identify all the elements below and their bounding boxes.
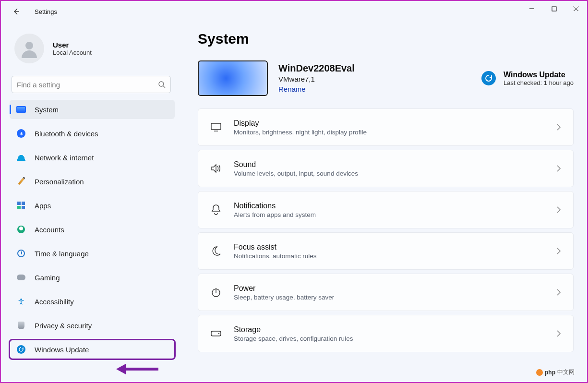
shield-icon: [16, 321, 26, 330]
minimize-button[interactable]: [521, 1, 543, 16]
chevron-right-icon: [555, 123, 563, 131]
rename-link[interactable]: Rename: [278, 85, 306, 93]
nav-list: System ∗ Bluetooth & devices Network & i…: [10, 100, 175, 359]
profile-block[interactable]: User Local Account: [10, 28, 175, 75]
user-silhouette-icon: [20, 39, 39, 58]
maximize-icon: [552, 6, 557, 12]
speaker-icon: [209, 163, 223, 174]
chevron-right-icon: [555, 288, 563, 296]
clock-globe-icon: [16, 249, 26, 258]
card-title: Sound: [234, 160, 555, 169]
svg-rect-0: [552, 7, 556, 11]
watermark: php 中文网: [536, 368, 575, 376]
card-subtitle: Storage space, drives, configuration rul…: [234, 335, 555, 342]
accessibility-icon: [16, 297, 26, 306]
avatar: [14, 34, 44, 63]
windows-update-block[interactable]: Windows Update Last checked: 1 hour ago: [481, 71, 574, 86]
chevron-right-icon: [555, 330, 563, 337]
sidebar-item-label: Network & internet: [35, 154, 94, 162]
sidebar-item-system[interactable]: System: [10, 100, 175, 119]
sidebar-item-label: Gaming: [35, 274, 60, 282]
sidebar-item-time[interactable]: Time & language: [10, 244, 175, 263]
pc-thumbnail: [198, 60, 268, 96]
settings-item-notifications[interactable]: NotificationsAlerts from apps and system: [198, 191, 574, 228]
paintbrush-icon: [16, 177, 26, 186]
update-title: Windows Update: [504, 71, 574, 79]
sidebar-item-label: Privacy & security: [35, 322, 92, 330]
close-button[interactable]: [565, 1, 587, 16]
profile-subtitle: Local Account: [53, 49, 92, 56]
settings-item-focus-assist[interactable]: Focus assistNotifications, automatic rul…: [198, 232, 574, 270]
card-title: Focus assist: [234, 243, 555, 251]
card-title: Notifications: [234, 202, 555, 210]
sidebar-item-privacy[interactable]: Privacy & security: [10, 316, 175, 335]
update-cycle-icon: [481, 71, 496, 85]
search-box[interactable]: [12, 76, 171, 93]
page-title: System: [198, 31, 574, 47]
wifi-icon: [16, 153, 26, 162]
sidebar-item-apps[interactable]: Apps: [10, 196, 175, 215]
watermark-text: 中文网: [557, 368, 575, 376]
pc-name: WinDev2208Eval: [278, 63, 355, 74]
window-title: Settings: [35, 8, 57, 15]
titlebar: Settings: [1, 1, 587, 22]
arrow-left-icon: [12, 8, 20, 15]
bluetooth-icon: ∗: [16, 129, 26, 138]
settings-item-storage[interactable]: StorageStorage space, drives, configurat…: [198, 315, 574, 352]
close-icon: [573, 6, 579, 12]
main-pane: System WinDev2208Eval VMware7,1 Rename W…: [179, 22, 587, 382]
settings-item-display[interactable]: DisplayMonitors, brightness, night light…: [198, 108, 574, 146]
sidebar-item-label: Windows Update: [35, 346, 89, 354]
sidebar: User Local Account System ∗ Bluetooth & …: [1, 22, 179, 382]
sidebar-item-gaming[interactable]: Gaming: [10, 268, 175, 287]
settings-item-sound[interactable]: SoundVolume levels, output, input, sound…: [198, 150, 574, 187]
card-subtitle: Alerts from apps and system: [234, 211, 555, 218]
settings-item-power[interactable]: PowerSleep, battery usage, battery saver: [198, 274, 574, 311]
svg-rect-4: [211, 123, 221, 130]
sidebar-item-label: Time & language: [35, 250, 89, 258]
card-subtitle: Monitors, brightness, night light, displ…: [234, 129, 555, 136]
person-icon: [16, 225, 26, 234]
card-title: Storage: [234, 325, 555, 334]
apps-grid-icon: [16, 201, 26, 210]
chevron-right-icon: [555, 206, 563, 214]
sidebar-item-accessibility[interactable]: Accessibility: [10, 292, 175, 311]
card-title: Display: [234, 119, 555, 128]
card-subtitle: Sleep, battery usage, battery saver: [234, 294, 555, 301]
card-subtitle: Notifications, automatic rules: [234, 252, 555, 260]
system-header: WinDev2208Eval VMware7,1 Rename Windows …: [198, 60, 574, 96]
update-subtitle: Last checked: 1 hour ago: [504, 79, 574, 86]
sidebar-item-windows-update[interactable]: Windows Update: [10, 340, 175, 359]
drive-icon: [209, 330, 223, 337]
sidebar-item-accounts[interactable]: Accounts: [10, 220, 175, 239]
chevron-right-icon: [555, 165, 563, 172]
sidebar-item-personalization[interactable]: Personalization: [10, 172, 175, 191]
sidebar-item-network[interactable]: Network & internet: [10, 148, 175, 167]
svg-point-3: [20, 299, 22, 300]
window-controls: [521, 1, 587, 16]
svg-point-7: [218, 333, 219, 334]
sidebar-item-label: Bluetooth & devices: [35, 130, 98, 138]
bell-icon: [209, 204, 223, 215]
update-cycle-icon: [16, 345, 26, 354]
moon-icon: [209, 246, 223, 256]
sidebar-item-label: Accessibility: [35, 298, 74, 306]
maximize-button[interactable]: [543, 1, 565, 16]
svg-point-2: [159, 82, 164, 86]
gamepad-icon: [16, 273, 26, 282]
sidebar-item-label: Accounts: [35, 226, 64, 234]
power-icon: [209, 287, 223, 298]
system-icon: [16, 105, 26, 114]
minimize-icon: [529, 6, 535, 12]
sidebar-item-label: System: [35, 106, 59, 114]
back-button[interactable]: [11, 6, 22, 17]
search-icon: [158, 81, 166, 88]
sidebar-item-bluetooth[interactable]: ∗ Bluetooth & devices: [10, 124, 175, 143]
search-input[interactable]: [17, 81, 158, 89]
settings-list: DisplayMonitors, brightness, night light…: [198, 108, 574, 352]
sidebar-item-label: Apps: [35, 202, 51, 210]
card-title: Power: [234, 284, 555, 293]
profile-name: User: [53, 41, 92, 49]
php-logo-icon: [536, 369, 543, 376]
svg-point-1: [25, 42, 33, 49]
